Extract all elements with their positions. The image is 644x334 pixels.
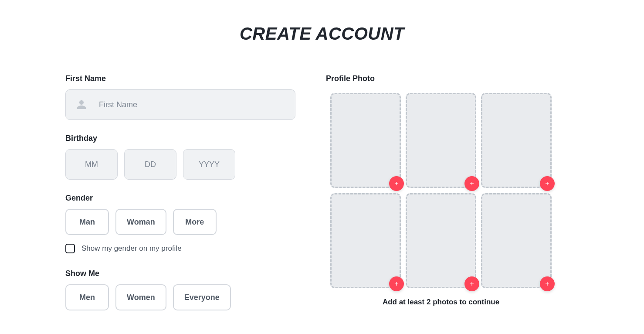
- add-photo-button[interactable]: [540, 276, 555, 291]
- person-icon: [76, 99, 87, 110]
- show-me-option-men[interactable]: Men: [65, 284, 109, 310]
- plus-icon: [393, 181, 400, 187]
- photo-slot[interactable]: [406, 93, 476, 188]
- gender-label: Gender: [65, 194, 295, 203]
- plus-icon: [469, 281, 475, 287]
- birthday-year-input[interactable]: [183, 149, 235, 180]
- plus-icon: [544, 181, 550, 187]
- show-gender-label: Show my gender on my profile: [81, 244, 182, 253]
- birthday-day-input[interactable]: [124, 149, 176, 180]
- birthday-section: Birthday: [65, 134, 295, 180]
- plus-icon: [393, 281, 400, 287]
- show-me-label: Show Me: [65, 269, 295, 278]
- gender-option-more[interactable]: More: [173, 209, 217, 235]
- photo-slot[interactable]: [481, 93, 552, 188]
- add-photo-button[interactable]: [389, 276, 404, 291]
- show-me-option-women[interactable]: Women: [115, 284, 166, 310]
- profile-photo-label: Profile Photo: [326, 74, 579, 83]
- gender-section: Gender Man Woman More Show my gender on …: [65, 194, 295, 253]
- first-name-label: First Name: [65, 74, 295, 83]
- add-photo-button[interactable]: [464, 276, 479, 291]
- birthday-label: Birthday: [65, 134, 295, 143]
- show-me-option-everyone[interactable]: Everyone: [173, 284, 231, 310]
- add-photo-button[interactable]: [464, 176, 479, 191]
- photo-hint: Add at least 2 photos to continue: [330, 298, 552, 307]
- birthday-month-input[interactable]: [65, 149, 118, 180]
- photo-slot[interactable]: [406, 193, 476, 288]
- photo-slot[interactable]: [481, 193, 552, 288]
- photo-grid: [330, 93, 579, 288]
- photo-slot[interactable]: [330, 193, 401, 288]
- page-title: CREATE ACCOUNT: [0, 24, 644, 44]
- show-me-section: Show Me Men Women Everyone: [65, 269, 295, 310]
- first-name-section: First Name: [65, 74, 295, 120]
- gender-option-man[interactable]: Man: [65, 209, 109, 235]
- photo-slot[interactable]: [330, 93, 401, 188]
- first-name-input[interactable]: [65, 89, 295, 120]
- add-photo-button[interactable]: [540, 176, 555, 191]
- plus-icon: [544, 281, 550, 287]
- add-photo-button[interactable]: [389, 176, 404, 191]
- gender-option-woman[interactable]: Woman: [115, 209, 166, 235]
- show-gender-checkbox[interactable]: [65, 244, 75, 253]
- plus-icon: [469, 181, 475, 187]
